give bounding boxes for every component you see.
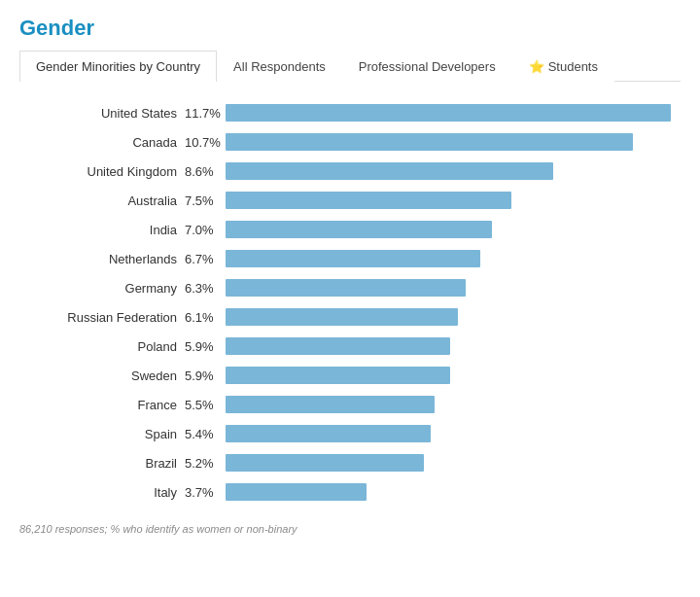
chart-row: Canada10.7%: [29, 130, 671, 154]
bar: [226, 454, 424, 472]
bar-container: [226, 367, 671, 384]
chart-row: Russian Federation6.1%: [29, 305, 671, 329]
bar: [226, 425, 431, 442]
chart-row: France5.5%: [29, 393, 671, 416]
bar: [226, 483, 367, 501]
chart-row: Spain5.4%: [29, 422, 671, 445]
country-label: United Kingdom: [29, 164, 185, 179]
bar-container: [226, 221, 671, 238]
bar-container: [226, 308, 671, 326]
country-label: Netherlands: [29, 252, 185, 266]
tab-professional-developers[interactable]: Professional Developers: [342, 51, 512, 82]
chart-row: Australia7.5%: [29, 189, 671, 212]
pct-label: 6.1%: [185, 310, 226, 325]
pct-label: 5.9%: [185, 339, 226, 354]
bar: [226, 337, 450, 355]
pct-label: 11.7%: [185, 106, 226, 121]
pct-label: 10.7%: [185, 135, 226, 150]
footer-note: 86,210 responses; % who identify as wome…: [19, 523, 681, 535]
bar-container: [226, 104, 671, 122]
pct-label: 8.6%: [185, 164, 226, 179]
bar: [226, 192, 511, 209]
country-label: France: [29, 398, 185, 412]
country-label: Canada: [29, 135, 185, 150]
chart-row: India7.0%: [29, 218, 671, 241]
bar: [226, 279, 466, 297]
bar-container: [226, 483, 671, 501]
bar: [226, 162, 553, 180]
pct-label: 3.7%: [185, 485, 226, 500]
chart-row: Poland5.9%: [29, 334, 671, 358]
chart-area: United States11.7%Canada10.7%United King…: [19, 101, 681, 504]
star-icon: ⭐: [529, 59, 544, 74]
bar: [226, 396, 435, 413]
chart-row: Netherlands6.7%: [29, 247, 671, 270]
chart-row: Sweden5.9%: [29, 364, 671, 387]
bar-container: [226, 454, 671, 472]
bar-container: [226, 425, 671, 442]
country-label: Germany: [29, 281, 185, 296]
bar-container: [226, 162, 671, 180]
pct-label: 5.9%: [185, 369, 226, 383]
pct-label: 7.0%: [185, 223, 226, 237]
pct-label: 6.7%: [185, 252, 226, 266]
page-container: Gender Gender Minorities by CountryAll R…: [0, 0, 700, 554]
bar: [226, 221, 492, 238]
country-label: Sweden: [29, 369, 185, 383]
pct-label: 5.5%: [185, 398, 226, 412]
pct-label: 5.4%: [185, 427, 226, 441]
country-label: Russian Federation: [29, 310, 185, 325]
country-label: Australia: [29, 193, 185, 208]
bar: [226, 367, 450, 384]
bar: [226, 308, 458, 326]
tab-students[interactable]: ⭐Students: [512, 51, 614, 82]
bar-container: [226, 337, 671, 355]
bar-container: [226, 192, 671, 209]
chart-row: Brazil5.2%: [29, 451, 671, 474]
country-label: United States: [29, 106, 185, 121]
tab-bar: Gender Minorities by CountryAll Responde…: [19, 51, 681, 82]
pct-label: 7.5%: [185, 193, 226, 208]
country-label: India: [29, 223, 185, 237]
bar: [226, 133, 633, 151]
chart-row: Germany6.3%: [29, 276, 671, 299]
tab-all-respondents[interactable]: All Respondents: [217, 51, 342, 82]
section-title: Gender: [19, 16, 681, 41]
country-label: Italy: [29, 485, 185, 500]
tab-gender-minorities-by-country[interactable]: Gender Minorities by Country: [19, 51, 217, 82]
country-label: Poland: [29, 339, 185, 354]
bar-container: [226, 133, 671, 151]
country-label: Brazil: [29, 456, 185, 471]
pct-label: 6.3%: [185, 281, 226, 296]
country-label: Spain: [29, 427, 185, 441]
pct-label: 5.2%: [185, 456, 226, 471]
bar-container: [226, 279, 671, 297]
chart-row: United States11.7%: [29, 101, 671, 124]
bar: [226, 104, 671, 122]
bar-container: [226, 250, 671, 267]
bar-container: [226, 396, 671, 413]
bar: [226, 250, 480, 267]
chart-row: United Kingdom8.6%: [29, 159, 671, 183]
chart-row: Italy3.7%: [29, 480, 671, 504]
